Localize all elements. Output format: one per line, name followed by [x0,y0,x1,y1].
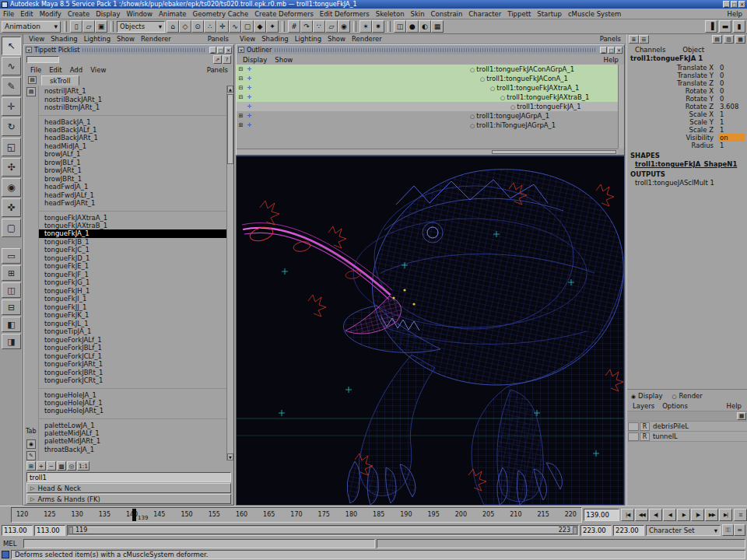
persp-outliner-layout-icon[interactable]: ◧ [2,317,21,332]
step-back-key-button[interactable]: ◀◀ [635,509,648,521]
snap-to-plane-icon[interactable]: ▱ [325,20,338,33]
list-item[interactable]: tongueForkJALf_1 [39,336,226,345]
maximize-button[interactable]: □ [608,47,615,54]
Scale X[interactable]: Scale X 1 [627,110,747,118]
panel-menu-item[interactable]: Lighting [292,35,324,43]
anim-end-field[interactable] [613,525,644,536]
list-item[interactable]: headBackJARt_1 [39,134,226,142]
layer-mode-cell[interactable]: R [640,432,650,441]
render-settings-icon[interactable]: ▦ [431,20,444,33]
playback-start-field[interactable] [34,525,65,536]
picklist-scrollbar[interactable]: ▲ ▼ [226,86,233,460]
channel-box-toggle-icon[interactable]: ▮ [733,20,745,33]
list-item[interactable]: paletteLowJA_1 [39,418,226,429]
list-item[interactable]: headFwdJALf_1 [39,191,226,200]
anim-preferences-icon[interactable]: ≡ [734,509,747,521]
channel-value-field[interactable]: 0 [718,95,745,103]
move-tool[interactable]: ✛ [2,97,21,116]
step-forward-key-button[interactable]: ▶▶ [705,509,718,521]
outliner-row[interactable]: ✛ troll1:tongueFkJA_1 [237,102,624,111]
drag-grip[interactable] [275,48,596,52]
snap-to-grid-icon[interactable]: # [288,20,300,33]
Rotate Y[interactable]: Rotate Y 0 [627,95,747,103]
channel-value-field[interactable]: 3.608 [718,103,745,110]
layer-mode-cell[interactable]: R [640,422,650,431]
panel-menu-item[interactable]: Shading [258,35,292,43]
layer-menu-item[interactable]: Layers [629,402,658,410]
mask-joints-icon[interactable]: ✦ [266,20,279,33]
outliner-row[interactable]: ⊟ ✛ troll1:tongueFkJAXtraB_1 [237,93,624,102]
range-track[interactable]: 119 223 [67,525,579,536]
Scale Y[interactable]: Scale Y 1 [627,118,747,126]
list-item[interactable]: headFwdJARt_1 [39,199,226,208]
minimize-button[interactable]: ▁ [209,47,216,54]
list-item[interactable]: paletteMidJARt_1 [39,437,226,446]
expand-toggle-icon[interactable]: ⊞ [237,113,245,119]
expand-toggle-icon[interactable]: ⊟ [237,94,245,100]
layer-visibility-toggle[interactable] [628,432,639,441]
select-by-object-icon[interactable]: ◇ [179,20,191,33]
toolbar-grip[interactable] [353,21,356,32]
menu-item[interactable]: Skeleton [373,10,408,18]
Radius[interactable]: Radius 1 [627,142,747,149]
four-pane-layout-icon[interactable]: ⊞ [2,265,21,281]
Translate Z[interactable]: Translate Z 0 [627,79,747,87]
maximize-button[interactable]: □ [731,1,738,8]
channel-value-field[interactable]: 1 [718,118,745,126]
render-view-icon[interactable]: ◫ [394,20,406,33]
channel-value-field[interactable]: 0 [718,87,745,95]
list-item[interactable]: tongueFkJJ_1 [39,303,226,312]
anim-start-field[interactable] [2,525,33,536]
Translate X[interactable]: Translate X 0 [627,64,747,72]
outliner-menu-item[interactable]: Display [239,56,271,64]
menu-item[interactable]: cMuscle System [565,10,625,18]
list-item[interactable]: tongueFkJAXtraB_1 [39,222,226,230]
two-pane-side-layout-icon[interactable]: ◫ [2,282,21,298]
list-item[interactable]: tongueForkJARt_1 [39,360,226,369]
list-item[interactable]: browJALf_1 [39,150,226,159]
close-button[interactable]: ✕ [738,1,745,8]
list-item[interactable]: tongueFkJL_1 [39,320,226,328]
range-start-grip[interactable] [68,527,73,534]
layer-help-menu[interactable]: Help [722,402,746,410]
panel-menu-item[interactable]: Lighting [81,35,114,43]
panels-menu[interactable]: Panels [208,35,232,43]
channel-list-icon[interactable]: ≣ [629,35,639,44]
list-item[interactable]: tongueHoleJALf_1 [39,399,226,408]
menu-mode-selector[interactable]: Animation ▾ [2,21,61,33]
collapsible-section[interactable]: ▷ Head & Neck [26,483,231,493]
open-scene-icon[interactable]: ▱ [82,20,95,33]
selection-mask-selector[interactable]: Objects ▾ [117,21,165,33]
panels-menu[interactable]: Panels [207,66,231,74]
save-scene-icon[interactable]: ▣ [95,20,107,33]
Visibility[interactable]: Visibility on [627,134,747,142]
channel-value-field[interactable]: 0 [718,79,745,87]
outliner-row[interactable]: ⊟ ✛ troll1:tongueFkJAXtraA_1 [237,83,624,93]
make-live-icon[interactable]: ◉ [338,20,350,33]
layer-menu-item[interactable]: Options [658,402,692,410]
channel-value-field[interactable]: 0 [718,72,745,79]
list-item[interactable]: tongueFkJK_1 [39,311,226,320]
page-icon[interactable]: ▤ [26,87,36,96]
maximize-button[interactable]: □ [217,47,224,54]
menu-item[interactable]: Character [465,10,504,18]
list-item[interactable]: nostrilBackJARt_1 [39,96,226,104]
mask-surfaces-icon[interactable]: ▢ [241,20,254,33]
express-icon[interactable]: ▦ [735,35,745,44]
select-by-component-icon[interactable]: ⊙ [191,20,204,33]
sphere-icon[interactable]: ◎ [67,461,76,471]
outliner-row[interactable]: ⊟ ✛ troll1:tongueFkJAConAGrpA_1 [237,65,624,74]
render-current-frame-icon[interactable]: ● [406,20,419,33]
construction-history-icon[interactable]: ✶ [359,20,372,33]
notebook-icon[interactable]: ▤ [28,76,37,84]
select-tool[interactable]: ↖ [2,37,21,55]
tool-settings-toggle-icon[interactable]: ▬ [719,20,731,33]
mask-handles-icon[interactable]: ✛ [216,20,229,33]
Scale Z[interactable]: Scale Z 1 [627,126,747,134]
namespace-field[interactable] [26,472,231,482]
list-item[interactable]: browJBRt_1 [39,175,226,184]
select-by-hierarchy-icon[interactable]: ⌂ [167,20,179,33]
collapsible-section[interactable]: ▷ Arms & Hands (FK) [26,494,231,504]
Rotate Z[interactable]: Rotate Z 3.608 [627,103,747,110]
panel-menu-item[interactable]: Show [324,35,349,43]
